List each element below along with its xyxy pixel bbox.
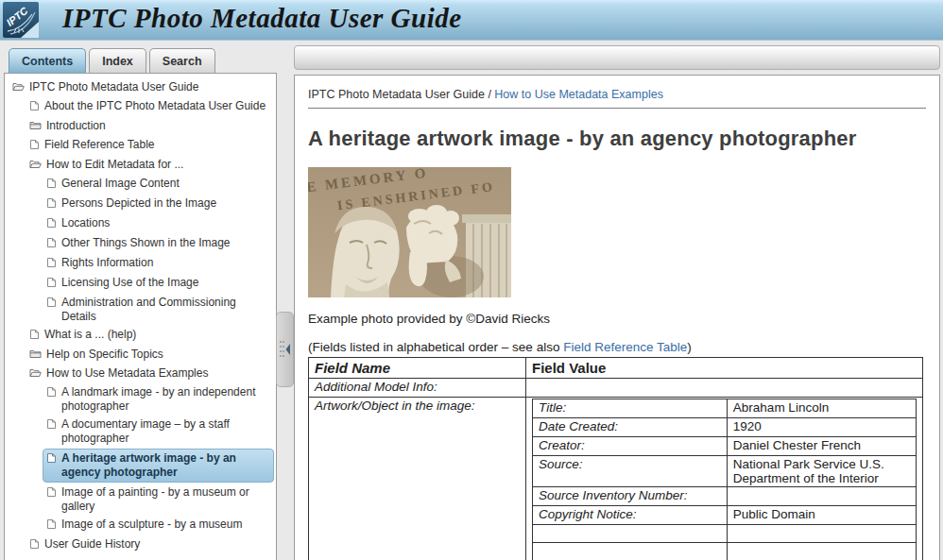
page-title: A heritage artwork image - by an agency … — [308, 127, 926, 151]
table-row-empty — [533, 543, 917, 560]
tree-item-label: IPTC Photo Metadata User Guide — [29, 80, 198, 94]
field-name-cell: Artwork/Object in the image: — [309, 398, 526, 560]
tree-item-label: A heritage artwork image - by an agency … — [61, 451, 267, 480]
field-value-cell: 1920 — [727, 418, 916, 437]
table-row-empty — [533, 525, 917, 543]
tree-item[interactable]: Rights Information — [44, 255, 274, 273]
tree-item[interactable]: A landmark image - by an independent pho… — [44, 384, 274, 415]
page-icon — [46, 486, 57, 501]
page-icon — [46, 237, 57, 252]
field-value-cell: Daniel Chester French — [727, 437, 916, 456]
page-icon — [46, 297, 57, 312]
app-header: IPTC IPTC Photo Metadata User Guide — [0, 0, 943, 41]
tab-index[interactable]: Index — [89, 48, 146, 73]
field-value-cell: Public Domain — [727, 506, 916, 525]
tree-item-label: How to Edit Metadata for ... — [46, 158, 183, 172]
metadata-table: Field Name Field Value Additional Model … — [308, 357, 923, 560]
tree-item[interactable]: How to Use Metadata Examples — [27, 365, 274, 382]
field-name-cell: Creator: — [533, 437, 728, 456]
field-value-cell — [526, 379, 923, 398]
tree-item[interactable]: Introduction — [27, 118, 274, 135]
app-title: IPTC Photo Metadata User Guide — [62, 3, 462, 34]
breadcrumb: IPTC Photo Metadata User Guide / How to … — [308, 88, 926, 101]
table-row: Date Created: 1920 — [533, 418, 917, 437]
tree-item[interactable]: Administration and Commissioning Details — [44, 295, 274, 325]
tree-item[interactable]: Image of a painting - by a museum or gal… — [44, 484, 274, 515]
tree-item-label: Rights Information — [61, 256, 153, 270]
tree-item-label: Locations — [61, 216, 110, 230]
table-header-row: Field Name Field Value — [309, 358, 923, 379]
tree-item-label: Image of a sculpture - by a museum — [61, 518, 242, 532]
page-icon — [46, 518, 57, 534]
photo-caption: Example photo provided by ©David Riecks — [308, 312, 926, 326]
tree-item-label: What is a ... (help) — [44, 328, 136, 342]
table-row: Title: Abraham Lincoln — [533, 399, 917, 418]
tree-item[interactable]: How to Edit Metadata for ... — [27, 157, 274, 174]
tree-item-label: General Image Content — [61, 177, 180, 191]
field-value-cell: National Park Service U.S. Department of… — [727, 456, 916, 487]
tree-item[interactable]: Other Things Shown in the Image — [44, 235, 274, 253]
tree-item-label: Field Reference Table — [44, 138, 155, 152]
tree-item-label: Help on Specific Topics — [46, 348, 163, 362]
tree-item-label: How to Use Metadata Examples — [46, 366, 208, 381]
tree-item-selected[interactable]: A heritage artwork image - by an agency … — [43, 449, 274, 483]
table-row: Artwork/Object in the image: Title: Abra… — [309, 398, 923, 560]
tree-item-label: Introduction — [46, 119, 106, 133]
tree-item[interactable]: A documentary image – by a staff photogr… — [44, 416, 274, 447]
page-icon — [46, 257, 57, 272]
field-name-cell: Source Inventory Number: — [533, 487, 728, 506]
fields-note-suffix: ) — [687, 340, 692, 354]
tree-item[interactable]: Field Reference Table — [27, 137, 274, 155]
fields-note: (Fields listed in alphabetical order – s… — [308, 340, 926, 354]
iptc-logo: IPTC — [3, 2, 39, 38]
sidebar-tab-strip: Contents Index Search — [4, 45, 277, 73]
breadcrumb-current-link[interactable]: How to Use Metadata Examples — [494, 88, 663, 101]
content-toolbar — [294, 45, 940, 70]
tree-item-label: User Guide History — [44, 537, 140, 552]
sidebar-collapse-handle[interactable] — [276, 312, 294, 387]
tree-item[interactable]: General Image Content — [44, 176, 274, 194]
tree-item[interactable]: What is a ... (help) — [27, 327, 274, 345]
page-icon — [29, 100, 40, 115]
tree-item-label: About the IPTC Photo Metadata User Guide — [44, 99, 266, 113]
page-icon — [46, 452, 57, 467]
folder-closed-icon — [29, 120, 42, 134]
tree-item[interactable]: Licensing Use of the Image — [44, 275, 274, 293]
page-icon — [46, 277, 57, 292]
breadcrumb-separator: / — [485, 88, 494, 101]
page-icon — [29, 329, 40, 344]
field-name-cell: Copyright Notice: — [533, 506, 728, 525]
field-name-cell: Additional Model Info: — [309, 379, 526, 398]
tree-item[interactable]: Persons Depicted in the Image — [44, 195, 274, 213]
contents-tree: IPTC Photo Metadata User Guide About the… — [4, 73, 277, 560]
drag-grip-icon — [280, 341, 284, 357]
breadcrumb-root: IPTC Photo Metadata User Guide — [308, 88, 485, 101]
field-reference-table-link[interactable]: Field Reference Table — [563, 340, 687, 354]
tree-item-label: Licensing Use of the Image — [61, 276, 198, 290]
tree-item[interactable]: IPTC Photo Metadata User Guide — [10, 79, 274, 96]
table-row: Source Inventory Number: — [533, 487, 917, 506]
folder-open-icon — [29, 367, 42, 382]
column-header-field-name: Field Name — [309, 358, 526, 379]
tree-item-label: A landmark image - by an independent pho… — [61, 385, 272, 414]
tab-search[interactable]: Search — [149, 48, 215, 73]
page-icon — [29, 139, 40, 154]
field-value-cell: Abraham Lincoln — [727, 399, 916, 418]
tree-item-label: Persons Depicted in the Image — [61, 196, 216, 211]
page-icon — [46, 217, 57, 232]
field-name-cell: Date Created: — [533, 418, 728, 437]
tree-item[interactable]: About the IPTC Photo Metadata User Guide — [27, 98, 274, 116]
field-value-cell — [727, 487, 916, 506]
tree-item[interactable]: Image of a sculpture - by a museum — [44, 517, 274, 535]
statue-head — [331, 207, 400, 297]
fields-note-prefix: (Fields listed in alphabetical order – s… — [308, 340, 563, 354]
tree-item[interactable]: Help on Specific Topics — [27, 347, 274, 364]
tab-contents[interactable]: Contents — [9, 48, 86, 73]
table-row: Creator: Daniel Chester French — [533, 437, 917, 456]
breadcrumb-divider — [308, 108, 926, 109]
page-icon — [46, 197, 57, 212]
tree-item[interactable]: User Guide History — [27, 536, 274, 554]
table-row: Copyright Notice: Public Domain — [533, 506, 917, 525]
lincoln-memorial-photo: E MEMORY O IS ENSHRINED FO — [308, 167, 511, 297]
tree-item[interactable]: Locations — [44, 215, 274, 233]
